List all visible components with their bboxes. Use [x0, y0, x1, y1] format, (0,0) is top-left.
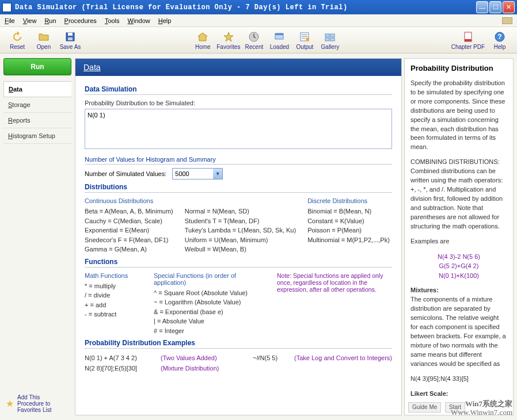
run-button[interactable]: Run — [3, 58, 71, 75]
svg-rect-11 — [325, 34, 329, 37]
help-ex1: N(4 3)-2 N(5 6) — [410, 252, 507, 262]
gallery-label: Gallery — [321, 44, 340, 50]
help-ex2: G(5 2)+G(4 2) — [410, 261, 507, 271]
start-button[interactable]: Start — [445, 402, 465, 413]
menu-right-icon[interactable] — [502, 17, 512, 24]
ex2-desc: (Mixture Distribution) — [161, 364, 219, 374]
menu-help[interactable]: Help — [158, 17, 172, 24]
gallery-button[interactable]: Gallery — [318, 29, 341, 52]
save-icon — [64, 30, 77, 43]
menu-file[interactable]: File — [5, 17, 15, 24]
chapter-pdf-button[interactable]: Chapter PDF — [451, 29, 485, 52]
maximize-button[interactable]: ☐ — [489, 1, 501, 13]
svg-text:?: ? — [497, 33, 501, 41]
help-combining-head: COMBINING DISTRIBUTIONS: — [410, 158, 500, 165]
section-numvalues: Number of Values for Histogram and Summa… — [85, 156, 392, 165]
help-p3: The components of a mixture distribution… — [410, 296, 506, 367]
help-button[interactable]: ? Help — [488, 29, 511, 52]
ex1b-desc: (Take Log and Convert to Integers) — [294, 353, 392, 364]
svg-rect-16 — [465, 39, 472, 41]
mf-add: + = add — [85, 300, 142, 310]
center-panel: Data Data Simulation Probability Distrib… — [75, 58, 402, 415]
open-button[interactable]: Open — [32, 29, 55, 52]
output-button[interactable]: Output — [293, 29, 316, 52]
menu-tools[interactable]: Tools — [105, 17, 120, 24]
home-button[interactable]: Home — [191, 29, 214, 52]
add-to-favorites-label: Add This Procedure to Favorites List — [17, 394, 51, 413]
svg-rect-9 — [302, 38, 305, 39]
help-icon: ? — [493, 30, 506, 43]
close-button[interactable]: ✕ — [503, 1, 515, 13]
output-label: Output — [296, 44, 313, 50]
svg-rect-8 — [302, 36, 307, 37]
save-as-button[interactable]: Save As — [59, 29, 82, 52]
svg-point-10 — [306, 37, 309, 41]
favorites-button[interactable]: Favorites — [216, 29, 240, 52]
loaded-button[interactable]: Loaded — [268, 29, 291, 52]
menu-view[interactable]: View — [23, 17, 37, 24]
dist-weibull: Weibull = W(Mean, B) — [185, 245, 296, 254]
sidebar-tabs: Data Storage Reports Histogram Setup — [3, 81, 71, 144]
tab-reports[interactable]: Reports — [3, 113, 71, 128]
head-special-funcs: Special Functions (in order of applicati… — [154, 272, 265, 286]
dist-beta: Beta = A(Mean, A, B, Minimum) — [85, 207, 173, 216]
gallery-icon — [324, 30, 336, 43]
add-to-favorites[interactable]: ★ Add This Procedure to Favorites List — [3, 392, 71, 415]
menu-window[interactable]: Window — [128, 17, 150, 24]
section-distributions: Distributions — [85, 183, 392, 193]
dist-constant: Constant = K(Value) — [307, 216, 392, 226]
num-simulated-combo[interactable]: ▼ — [172, 168, 223, 180]
recent-button[interactable]: Recent — [242, 29, 265, 52]
num-simulated-input[interactable] — [173, 170, 213, 177]
reset-label: Reset — [10, 44, 25, 50]
help-p3ex: N(4 3)[95];N(4 33)[5] — [410, 375, 507, 384]
dist-uniform: Uniform = U(Mean, Minimum) — [185, 235, 296, 245]
menubar: File View Run Procedures Tools Window He… — [0, 14, 517, 27]
dist-student-t: Student's T = T(Mean, DF) — [185, 216, 296, 226]
ex1-desc: (Two Values Added) — [161, 353, 217, 364]
menu-procedures[interactable]: Procedures — [64, 17, 97, 24]
head-math-funcs: Math Functions — [85, 272, 142, 279]
panel-body: Data Simulation Probability Distribution… — [75, 76, 401, 415]
tab-histogram-setup[interactable]: Histogram Setup — [3, 128, 71, 144]
head-continuous: Continuous Distributions — [85, 197, 173, 204]
window-title: Data Simulator (Trial License for Evalua… — [15, 3, 475, 12]
menu-run[interactable]: Run — [44, 17, 56, 24]
dist-binomial: Binomial = B(Mean, N) — [307, 207, 392, 216]
section-examples: Probability Distribution Examples — [85, 339, 392, 349]
help-ex3: N(0 1)+K(100) — [410, 271, 507, 281]
minimize-button[interactable]: — — [476, 1, 488, 13]
sf-log: ~ = Logarithm (Absolute Value) — [154, 297, 265, 307]
section-functions: Functions — [85, 258, 392, 268]
functions-note: Note: Special functions are applied only… — [277, 272, 392, 336]
clock-icon — [248, 30, 260, 43]
loaded-label: Loaded — [270, 44, 289, 50]
help-examples-label: Examples are — [410, 237, 507, 246]
dist-gamma: Gamma = G(Mean, A) — [85, 245, 173, 254]
distribution-input[interactable] — [85, 109, 392, 149]
svg-rect-5 — [275, 33, 283, 35]
help-mixtures-head: Mixtures: — [410, 287, 439, 293]
loaded-icon — [273, 30, 286, 43]
star-icon — [222, 30, 235, 43]
star-add-icon: ★ — [6, 398, 14, 409]
titlebar: Data Simulator (Trial License for Evalua… — [0, 0, 517, 14]
tab-storage[interactable]: Storage — [3, 97, 71, 113]
help-p2: Combined distributions can be written us… — [410, 167, 503, 230]
reset-icon — [11, 30, 24, 43]
save-as-label: Save As — [60, 44, 81, 50]
mf-divide: / = divide — [85, 291, 142, 300]
svg-rect-1 — [68, 33, 73, 36]
dist-tukey: Tukey's Lambda = L(Mean, SD, Sk, Ku) — [185, 226, 296, 235]
tab-data[interactable]: Data — [3, 81, 71, 97]
dist-multinomial: Multinomial = M(P1,P2,...,Pk) — [307, 235, 392, 245]
help-label: Help — [494, 44, 506, 50]
guide-me-button[interactable]: Guide Me — [408, 402, 441, 413]
output-icon — [298, 30, 311, 43]
home-label: Home — [195, 44, 211, 50]
help-panel: Probability Distribution Specify the pro… — [404, 58, 514, 415]
chevron-down-icon[interactable]: ▼ — [213, 169, 222, 179]
reset-button[interactable]: Reset — [6, 29, 29, 52]
svg-rect-14 — [330, 38, 334, 41]
sf-abs: | = Absolute Value — [154, 316, 265, 326]
